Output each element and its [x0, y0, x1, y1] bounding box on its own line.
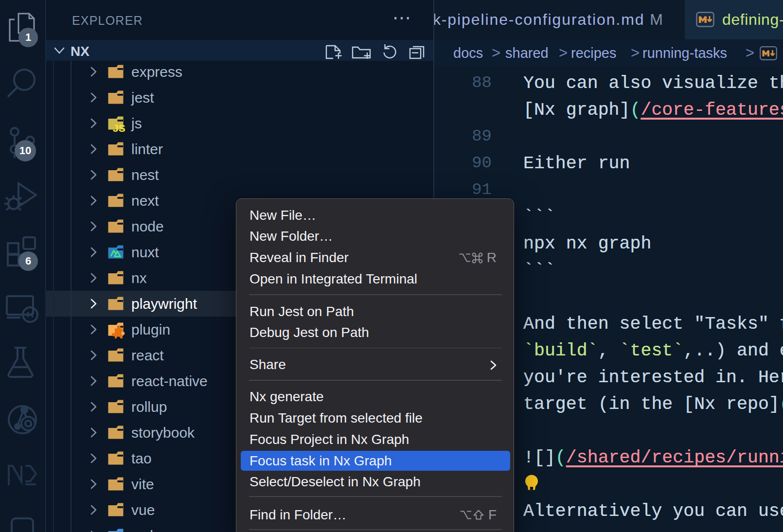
svg-text:JS: JS — [113, 123, 125, 134]
